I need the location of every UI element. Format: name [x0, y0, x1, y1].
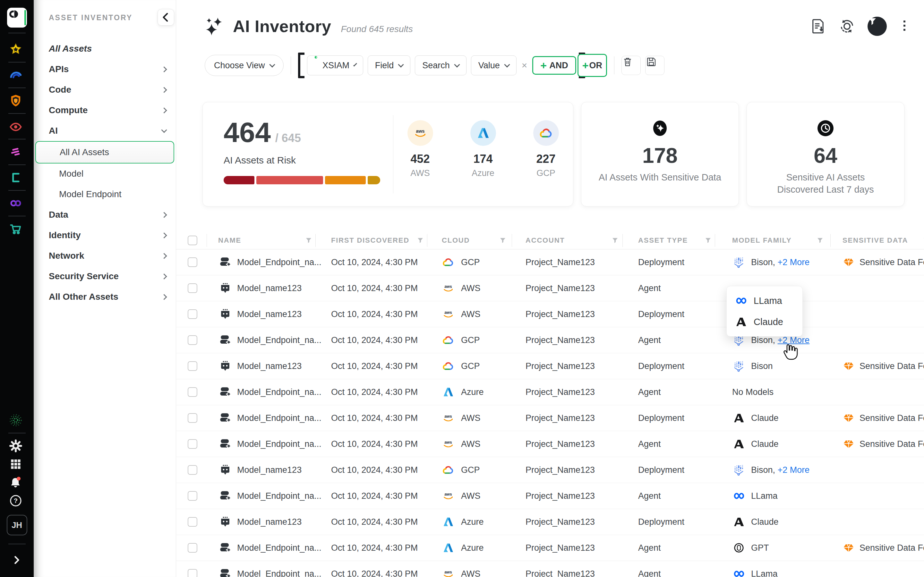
- ai-swirl-icon[interactable]: [8, 413, 23, 428]
- row-checkbox[interactable]: [188, 387, 197, 397]
- table-row[interactable]: Model_Endpoint_na...Oct 10, 2024, 4:30 P…: [176, 535, 924, 561]
- more-models-link[interactable]: +2 More: [778, 258, 810, 267]
- column-filter-icon[interactable]: [704, 237, 712, 244]
- row-checkbox[interactable]: [188, 335, 197, 345]
- bell-icon[interactable]: [8, 475, 23, 490]
- table-row[interactable]: Model_Endpoint_na...Oct 10, 2024, 4:30 P…: [176, 250, 924, 276]
- asset-name[interactable]: Model_name123: [237, 361, 302, 371]
- select-all-checkbox[interactable]: [188, 235, 197, 245]
- asset-name[interactable]: Model_name123: [237, 465, 302, 475]
- column-filter-icon[interactable]: [612, 237, 619, 244]
- add-and-button[interactable]: +AND: [532, 56, 576, 75]
- row-checkbox[interactable]: [188, 309, 197, 319]
- sidebar-item-model[interactable]: Model: [34, 163, 176, 184]
- search-dropdown[interactable]: Search: [415, 55, 467, 75]
- popup-item-claude[interactable]: Claude: [734, 315, 803, 329]
- field-dropdown[interactable]: Field: [368, 55, 411, 75]
- sidebar-item-network[interactable]: Network: [34, 245, 176, 266]
- refresh-button[interactable]: [838, 18, 855, 35]
- filter-button[interactable]: [867, 17, 887, 36]
- add-or-button[interactable]: +OR: [577, 54, 607, 77]
- asset-name[interactable]: Model_name123: [237, 517, 302, 527]
- asset-name[interactable]: Model_name123: [237, 309, 302, 319]
- table-row[interactable]: Model_name123Oct 10, 2024, 4:30 PMGCPPro…: [176, 457, 924, 483]
- delete-query-button[interactable]: [622, 56, 641, 75]
- column-header[interactable]: ASSET TYPE: [638, 236, 688, 245]
- table-row[interactable]: Model_name123Oct 10, 2024, 4:30 PMawsAWS…: [176, 301, 924, 327]
- expand-rail-button[interactable]: [10, 553, 24, 568]
- radar-arc-icon[interactable]: [8, 68, 23, 82]
- table-row[interactable]: Model_Endpoint_na...Oct 10, 2024, 4:30 P…: [176, 327, 924, 353]
- column-header[interactable]: CLOUD: [442, 236, 470, 245]
- export-report-button[interactable]: [810, 18, 827, 35]
- grid-icon[interactable]: [8, 457, 23, 472]
- gear-icon[interactable]: [8, 438, 23, 453]
- save-query-button[interactable]: [645, 56, 664, 75]
- asset-name[interactable]: Model_Endpoint_na...: [237, 439, 321, 449]
- sidebar-item-identity[interactable]: Identity: [34, 225, 176, 245]
- avatar[interactable]: JH: [7, 515, 27, 535]
- sidebar-item-all-ai-assets[interactable]: All AI Assets: [35, 141, 174, 163]
- asset-name[interactable]: Model_Endpoint_na...: [237, 569, 321, 577]
- sidebar-item-compute[interactable]: Compute: [34, 100, 176, 121]
- column-header[interactable]: ACCOUNT: [525, 236, 565, 245]
- code-bracket-icon[interactable]: [8, 170, 23, 185]
- column-filter-icon[interactable]: [499, 237, 506, 244]
- column-filter-icon[interactable]: [923, 237, 924, 244]
- sidebar-item-code[interactable]: Code: [34, 79, 176, 100]
- table-row[interactable]: Model_Endpoint_na...Oct 10, 2024, 4:30 P…: [176, 379, 924, 405]
- column-filter-icon[interactable]: [817, 237, 824, 244]
- table-row[interactable]: Model_Endpoint_na...Oct 10, 2024, 4:30 P…: [176, 431, 924, 457]
- column-header[interactable]: SENSITIVE DATA: [843, 236, 908, 245]
- table-row[interactable]: Model_Endpoint_na...Oct 10, 2024, 4:30 P…: [176, 483, 924, 509]
- table-row[interactable]: Model_name123Oct 10, 2024, 4:30 PMawsAWS…: [176, 276, 924, 301]
- asset-name[interactable]: Model_Endpoint_na...: [237, 258, 321, 268]
- table-row[interactable]: Model_name123Oct 10, 2024, 4:30 PMGCPPro…: [176, 353, 924, 379]
- popup-item-llama[interactable]: LLama: [734, 294, 803, 308]
- row-checkbox[interactable]: [188, 413, 197, 423]
- sidebar-item-security-service[interactable]: Security Service: [34, 266, 176, 287]
- help-icon[interactable]: ?: [8, 493, 23, 508]
- row-checkbox[interactable]: [188, 491, 197, 501]
- asset-name[interactable]: Model_Endpoint_na...: [237, 543, 321, 553]
- sidebar-item-data[interactable]: Data: [34, 205, 176, 225]
- sidebar-item-all-assets[interactable]: All Assets: [34, 39, 176, 59]
- table-row[interactable]: Model_Endpoint_na...Oct 10, 2024, 4:30 P…: [176, 561, 924, 577]
- sidebar-item-model-endpoint[interactable]: Model Endpoint: [34, 184, 176, 205]
- eye-icon[interactable]: [8, 119, 23, 134]
- asset-name[interactable]: Model_Endpoint_na...: [237, 335, 321, 345]
- value-dropdown[interactable]: Value: [471, 55, 517, 75]
- row-checkbox[interactable]: [188, 258, 197, 267]
- sidebar-item-ai[interactable]: AI: [34, 121, 176, 141]
- layers-icon[interactable]: [8, 145, 23, 159]
- cart-icon[interactable]: [8, 221, 23, 236]
- asset-name[interactable]: Model_Endpoint_na...: [237, 387, 321, 397]
- collapse-sidebar-button[interactable]: [158, 9, 174, 26]
- row-checkbox[interactable]: [188, 543, 197, 553]
- row-checkbox[interactable]: [188, 284, 197, 293]
- row-checkbox[interactable]: [188, 465, 197, 475]
- asset-name[interactable]: Model_Endpoint_na...: [237, 491, 321, 501]
- shield-icon[interactable]: [8, 93, 23, 108]
- cortex-logo-icon[interactable]: [7, 8, 27, 27]
- row-checkbox[interactable]: [188, 517, 197, 527]
- column-header[interactable]: MODEL FAMILY: [732, 236, 792, 245]
- sidebar-item-apis[interactable]: APIs: [34, 59, 176, 79]
- column-header[interactable]: FIRST DISCOVERED: [331, 236, 409, 245]
- more-models-link[interactable]: +2 More: [778, 465, 810, 475]
- asset-name[interactable]: Model_name123: [237, 284, 302, 293]
- column-filter-icon[interactable]: [305, 237, 312, 244]
- row-checkbox[interactable]: [188, 361, 197, 371]
- table-row[interactable]: Model_name123Oct 10, 2024, 4:30 PMAzureP…: [176, 509, 924, 535]
- row-checkbox[interactable]: [188, 439, 197, 449]
- column-filter-icon[interactable]: [417, 237, 424, 244]
- more-options-button[interactable]: [899, 18, 910, 35]
- star-icon[interactable]: [8, 42, 23, 57]
- asset-name[interactable]: Model_Endpoint_na...: [237, 413, 321, 423]
- row-checkbox[interactable]: [188, 569, 197, 577]
- column-header[interactable]: NAME: [218, 236, 241, 245]
- remove-condition-button[interactable]: ×: [522, 60, 527, 71]
- links-icon[interactable]: [8, 196, 23, 211]
- sidebar-item-all-other-assets[interactable]: All Other Assets: [34, 287, 176, 307]
- source-dropdown[interactable]: XSIAM: [307, 55, 363, 75]
